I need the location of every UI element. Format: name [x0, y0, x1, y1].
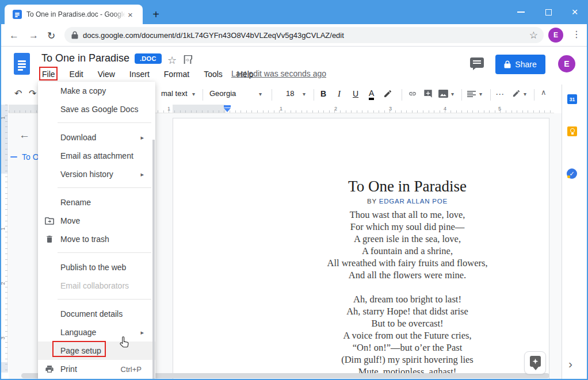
ruler-number: 5	[498, 106, 501, 112]
redo-icon[interactable]: ↷	[29, 88, 36, 99]
menu-item-version-history[interactable]: Version history▸	[38, 165, 155, 183]
chevron-down-icon[interactable]: ▾	[259, 91, 262, 97]
font-size-select[interactable]: 18	[286, 89, 294, 98]
menu-item-move-to-trash[interactable]: Move to trash	[38, 230, 155, 248]
submenu-arrow-icon: ▸	[140, 171, 144, 178]
star-document-icon[interactable]: ☆	[167, 54, 177, 67]
google-docs-logo-icon[interactable]	[14, 53, 30, 75]
underline-button[interactable]: U	[353, 89, 358, 98]
menu-tools[interactable]: Tools	[204, 68, 223, 80]
chevron-down-icon[interactable]: ▾	[192, 91, 195, 97]
share-label: Share	[515, 60, 536, 69]
menu-item-label: Move	[60, 216, 80, 225]
poem-line: Ah, dream too bright to last!	[262, 293, 553, 305]
chevron-down-icon[interactable]: ▾	[524, 91, 526, 97]
font-select[interactable]: Georgia	[209, 89, 236, 98]
ruler-number: 1	[167, 106, 170, 112]
window-maximize-button[interactable]	[535, 0, 562, 24]
menu-item-download[interactable]: Download▸	[38, 128, 155, 147]
insert-image-icon[interactable]	[438, 90, 448, 98]
text-color-button[interactable]: A	[369, 89, 374, 100]
document-title[interactable]: To One in Paradise	[41, 52, 129, 64]
poem-stanza-1: Thou wast that all to me, love, For whic…	[262, 209, 553, 281]
browser-profile-avatar[interactable]: E	[548, 28, 563, 43]
menu-item-email-as-attachment[interactable]: Email as attachment	[38, 147, 155, 165]
forward-button[interactable]: →	[29, 30, 39, 41]
italic-button[interactable]: I	[338, 89, 341, 99]
share-button[interactable]: Share	[495, 55, 545, 74]
browser-menu-dots-icon[interactable]: ⋮	[572, 29, 581, 40]
paragraph-style-select[interactable]: mal text	[161, 89, 188, 98]
ruler-ticks	[5, 105, 7, 373]
menu-edit[interactable]: Edit	[70, 68, 83, 80]
window-minimize-button[interactable]	[507, 0, 534, 24]
share-lock-icon	[504, 60, 511, 68]
add-comment-icon[interactable]	[423, 89, 433, 98]
tab-close-icon[interactable]: ×	[128, 10, 133, 19]
calendar-icon[interactable]: 31	[567, 94, 577, 104]
align-icon[interactable]	[467, 91, 476, 97]
menu-view[interactable]: View	[98, 68, 115, 80]
menu-item-save-as-google-docs[interactable]: Save as Google Docs	[38, 100, 155, 118]
new-tab-button[interactable]: +	[150, 8, 162, 21]
close-outline-arrow-icon[interactable]: ←	[19, 129, 30, 141]
bold-button[interactable]: B	[320, 89, 326, 98]
insert-link-icon[interactable]	[407, 90, 418, 98]
poem-line: (Dim gulf!) my spirit hovering lies	[262, 354, 553, 366]
undo-icon[interactable]: ↶	[14, 88, 22, 99]
editing-mode-icon[interactable]	[512, 89, 521, 98]
poem-byline[interactable]: BY EDGAR ALLAN POE	[262, 198, 553, 205]
folder-move-icon	[45, 216, 54, 225]
ruler-number: 2	[334, 106, 337, 112]
docs-favicon-icon	[13, 10, 22, 19]
collapse-toolbar-icon[interactable]: ∧	[541, 88, 547, 97]
menu-item-make-a-copy[interactable]: Make a copy	[38, 82, 155, 100]
poem-line: And all the flowers were mine.	[262, 269, 553, 281]
minimize-icon	[517, 11, 525, 13]
url-text: docs.google.com/document/d/1kL74GYFn43O8…	[83, 31, 529, 40]
comments-icon[interactable]	[470, 57, 484, 70]
last-edit-status[interactable]: Last edit was seconds ago	[231, 69, 326, 78]
chevron-down-icon[interactable]: ▾	[479, 91, 482, 97]
docs-menubar: File Edit View Insert Format Tools Help	[42, 68, 254, 80]
lock-icon	[71, 31, 78, 39]
more-options-icon[interactable]: ⋯	[495, 89, 504, 99]
keep-icon[interactable]	[567, 126, 577, 136]
docs-profile-avatar[interactable]: E	[558, 55, 575, 72]
chevron-down-icon[interactable]: ▾	[303, 91, 306, 97]
menu-item-label: Publish to the web	[60, 263, 126, 272]
url-bar[interactable]: docs.google.com/document/d/1kL74GYFn43O8…	[64, 27, 544, 43]
refresh-button[interactable]: ↻	[47, 30, 55, 42]
tasks-icon[interactable]: ✓	[567, 168, 577, 179]
vertical-ruler[interactable]: 1 1 2 3	[0, 105, 8, 373]
toolbar-divider	[314, 89, 314, 101]
move-folder-icon[interactable]	[182, 55, 193, 64]
poem-title[interactable]: To One in Paradise	[262, 177, 553, 195]
menu-insert[interactable]: Insert	[129, 68, 150, 80]
back-button[interactable]: ←	[9, 30, 19, 41]
menu-item-move[interactable]: Move	[38, 212, 155, 230]
byline-author-link[interactable]: EDGAR ALLAN POE	[379, 198, 448, 205]
poem-line: Thou wast that all to me, love,	[262, 209, 553, 221]
menu-item-document-details[interactable]: Document details	[38, 305, 155, 323]
menu-item-language[interactable]: Language▸	[38, 323, 155, 341]
explore-button[interactable]	[524, 351, 546, 374]
menu-format[interactable]: Format	[164, 68, 189, 80]
chevron-down-icon[interactable]: ▾	[451, 91, 454, 97]
first-line-indent-marker[interactable]	[224, 105, 231, 108]
submenu-arrow-icon: ▸	[140, 134, 144, 141]
menu-item-rename[interactable]: Rename	[38, 193, 155, 212]
menu-item-print[interactable]: Print Ctrl+P	[38, 360, 155, 378]
bookmark-star-icon[interactable]: ☆	[529, 29, 538, 41]
browser-tab[interactable]: To One in Paradise.doc - Google Docs ×	[5, 5, 143, 24]
window-close-button[interactable]: ×	[562, 0, 588, 24]
highlight-color-icon[interactable]	[383, 89, 392, 98]
left-indent-marker[interactable]	[224, 108, 231, 112]
menu-item-label: Download	[60, 133, 96, 142]
hide-side-panel-chevron-icon[interactable]: ›	[568, 357, 572, 371]
toolbar-divider	[402, 89, 402, 101]
document-content[interactable]: To One in Paradise BY EDGAR ALLAN POE Th…	[262, 118, 553, 378]
menu-item-publish-to-the-web[interactable]: Publish to the web	[38, 258, 155, 277]
menu-scrollbar[interactable]	[152, 140, 155, 380]
indent-marker[interactable]	[224, 105, 231, 112]
